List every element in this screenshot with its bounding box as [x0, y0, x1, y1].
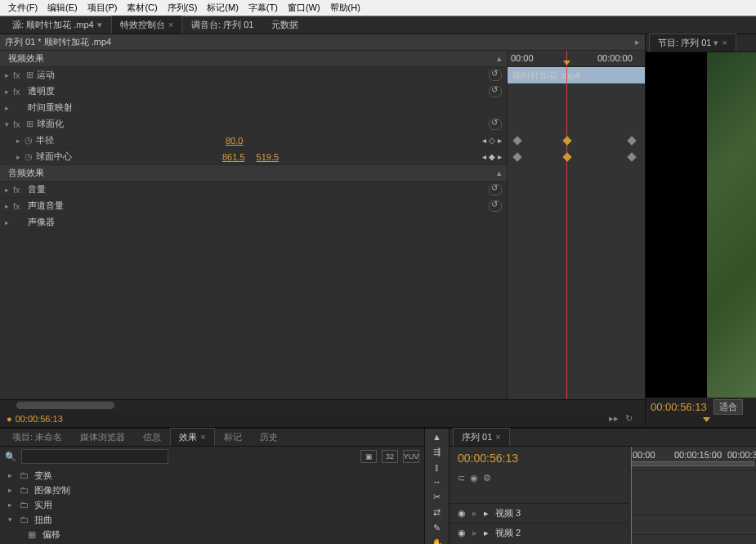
tab-info[interactable]: 信息: [134, 428, 170, 446]
sequence-timecode[interactable]: 00:00:56:13: [450, 447, 629, 470]
tab-metadata[interactable]: 元数据: [262, 16, 307, 34]
timeline-tracks-area[interactable]: 00:00 00:00:15:00 00:00:30:00 00:00:45:0…: [629, 447, 756, 544]
collapse-icon[interactable]: ▾: [5, 120, 13, 128]
keyframe-icon[interactable]: [562, 152, 571, 161]
radius-value[interactable]: 80.0: [226, 136, 243, 146]
program-scrubber[interactable]: [646, 416, 756, 427]
sequence-playhead[interactable]: [631, 447, 632, 544]
expand-icon[interactable]: ▸: [5, 202, 13, 210]
menu-title[interactable]: 字幕(T): [244, 2, 283, 14]
expand-icon[interactable]: ▸: [5, 88, 13, 96]
expand-icon[interactable]: ▸: [5, 104, 13, 112]
hand-tool-icon[interactable]: ✋: [430, 538, 445, 544]
prop-radius[interactable]: ▸ ◷ 半径 80.0 ◂ ◇ ▸: [0, 133, 507, 149]
close-icon[interactable]: ×: [495, 432, 500, 442]
pen-tool-icon[interactable]: ✎: [430, 523, 445, 533]
close-icon[interactable]: ▾: [97, 20, 102, 29]
playhead-icon[interactable]: [703, 417, 710, 422]
loop-icon[interactable]: ↻: [625, 413, 638, 425]
track-lane-v3[interactable]: [629, 496, 756, 515]
close-icon[interactable]: ×: [200, 432, 205, 442]
wrench-icon[interactable]: ⚙: [483, 473, 491, 483]
center-x-value[interactable]: 861.5: [222, 152, 245, 162]
effects-tree[interactable]: ▸🗀变换 ▸🗀图像控制 ▸🗀实用 ▾🗀扭曲 ▦偏移 ▦变形稳定器 ▦变换: [0, 466, 424, 544]
horizontal-scrollbar[interactable]: [0, 399, 645, 411]
keyframe-icon[interactable]: [562, 136, 571, 145]
menu-file[interactable]: 文件(F): [3, 2, 42, 14]
ripple-edit-tool-icon[interactable]: ⫿: [430, 462, 445, 472]
timeline-ruler[interactable]: 00:00 00:00:00: [508, 51, 645, 67]
32bit-filter-icon[interactable]: 32: [382, 450, 398, 463]
menu-sequence[interactable]: 序列(S): [163, 2, 203, 14]
tab-source[interactable]: 源: 顺时针加花 .mp4▾: [3, 16, 111, 34]
keyframe-icon[interactable]: [627, 152, 636, 161]
effect-panner[interactable]: ▸ 声像器: [0, 214, 507, 231]
rate-stretch-tool-icon[interactable]: ↔: [430, 477, 445, 487]
effect-timeline[interactable]: 00:00 00:00:00 顺时针加花 .mp4: [507, 51, 645, 399]
tab-effects[interactable]: 效果×: [170, 428, 214, 446]
reset-button[interactable]: [489, 200, 502, 212]
track-video-2[interactable]: ◉ ▸ ▸ 视频 2: [450, 523, 629, 542]
marker-icon[interactable]: ◉: [470, 473, 478, 483]
close-icon[interactable]: ×: [722, 38, 727, 47]
keyframe-icon[interactable]: [627, 136, 636, 145]
sequence-ruler[interactable]: 00:00 00:00:15:00 00:00:30:00 00:00:45:0…: [629, 447, 756, 471]
stopwatch-icon[interactable]: ◷: [25, 135, 33, 146]
tree-item-offset[interactable]: ▦偏移: [0, 527, 424, 542]
program-viewport[interactable]: [646, 52, 756, 398]
video-effects-header[interactable]: 视频效果 ▴: [0, 51, 507, 67]
stopwatch-icon[interactable]: ◷: [25, 151, 33, 162]
expand-icon[interactable]: ▸: [5, 71, 13, 79]
expand-icon[interactable]: ▸: [5, 218, 13, 227]
effect-time-remap[interactable]: ▸ 时间重映射: [0, 100, 507, 116]
keyframe-nav[interactable]: ◂ ◇ ▸: [482, 136, 502, 145]
playhead[interactable]: [566, 51, 567, 399]
lock-icon[interactable]: ▸: [472, 508, 477, 519]
expand-icon[interactable]: ▸: [484, 528, 489, 538]
menu-help[interactable]: 帮助(H): [325, 2, 365, 14]
audio-effects-header[interactable]: 音频效果 ▴: [0, 165, 507, 182]
panel-menu-icon[interactable]: ▸: [635, 37, 640, 47]
reset-button[interactable]: [489, 119, 502, 130]
effect-spherize[interactable]: ▾ fx ⊞ 球面化: [0, 116, 507, 133]
tab-sequence[interactable]: 序列 01×: [453, 428, 510, 446]
section-toggle-icon[interactable]: ▴: [497, 168, 502, 178]
prop-center[interactable]: ▸ ◷ 球面中心 861.5519.5 ◂ ◆ ▸: [0, 149, 507, 165]
selection-tool-icon[interactable]: ▲: [430, 432, 445, 442]
tree-folder-utility[interactable]: ▸🗀实用: [0, 497, 424, 512]
dropdown-icon[interactable]: ▾: [714, 38, 718, 47]
reset-button[interactable]: [489, 184, 502, 196]
keyframe-icon[interactable]: [512, 136, 521, 145]
tab-markers[interactable]: 标记: [215, 428, 251, 446]
tab-history[interactable]: 历史: [251, 428, 287, 446]
work-area-bar[interactable]: [631, 461, 754, 466]
tab-project[interactable]: 项目: 未命名: [3, 428, 71, 446]
close-icon[interactable]: ×: [168, 20, 173, 29]
track-lane-v2[interactable]: [629, 515, 756, 535]
snap-icon[interactable]: ⊂: [458, 473, 465, 483]
tree-folder-distort[interactable]: ▾🗀扭曲: [0, 512, 424, 527]
tab-media-browser[interactable]: 媒体浏览器: [71, 428, 134, 446]
center-y-value[interactable]: 519.5: [257, 152, 280, 162]
yuv-filter-icon[interactable]: YUV: [403, 450, 419, 463]
tree-folder-image-control[interactable]: ▸🗀图像控制: [0, 483, 424, 497]
keyframe-nav[interactable]: ◂ ◆ ▸: [482, 152, 502, 161]
expand-icon[interactable]: ▸: [5, 186, 13, 194]
tree-folder-transform[interactable]: ▸🗀变换: [0, 468, 424, 483]
accelerated-filter-icon[interactable]: ▣: [360, 450, 377, 463]
reset-button[interactable]: [489, 70, 502, 81]
track-video-3[interactable]: ◉ ▸ ▸ 视频 3: [450, 503, 629, 523]
effect-opacity[interactable]: ▸ fx 透明度: [0, 83, 507, 100]
expand-icon[interactable]: ▸: [484, 508, 489, 519]
menu-edit[interactable]: 编辑(E): [42, 2, 83, 14]
razor-tool-icon[interactable]: ✂: [430, 492, 445, 502]
zoom-fit-button[interactable]: 适合: [714, 399, 743, 415]
slip-tool-icon[interactable]: ⇄: [430, 507, 445, 518]
eye-icon[interactable]: ◉: [458, 528, 466, 538]
effects-search-input[interactable]: [21, 449, 168, 464]
expand-icon[interactable]: ▸: [16, 153, 25, 161]
keyframe-icon[interactable]: [512, 152, 521, 161]
reset-button[interactable]: [489, 86, 502, 97]
menu-project[interactable]: 项目(P): [83, 2, 123, 14]
tab-program[interactable]: 节目: 序列 01 ▾×: [649, 34, 736, 52]
